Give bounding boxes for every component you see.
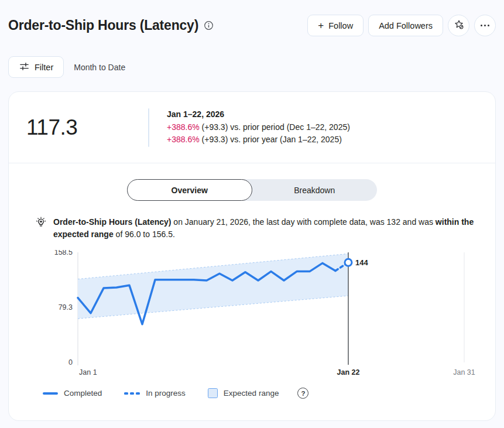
star-off-icon <box>453 19 465 32</box>
svg-text:144: 144 <box>355 258 368 267</box>
latency-line-chart[interactable]: Jan 1Jan 22Jan 31144079.3158.5 <box>26 250 479 380</box>
page-title: Order-to-Ship Hours (Latency) <box>8 18 198 33</box>
follow-button-label: Follow <box>328 21 353 30</box>
insight-text: Order-to-Ship Hours (Latency) on January… <box>53 216 478 241</box>
tab-overview[interactable]: Overview <box>127 179 252 201</box>
insight-end: of 96.0 to 156.5. <box>114 230 175 239</box>
more-options-button[interactable] <box>474 15 496 36</box>
legend-item-completed: Completed <box>43 389 102 398</box>
chart-legend: Completed In progress Expected range ? <box>26 388 478 405</box>
filter-button-label: Filter <box>35 63 53 72</box>
filter-button[interactable]: Filter <box>8 56 64 78</box>
svg-text:Jan 22: Jan 22 <box>337 368 360 376</box>
summary-value-block: 117.3 <box>26 115 148 140</box>
page: Order-to-Ship Hours (Latency) + Follow A… <box>0 0 504 421</box>
vertical-divider <box>148 108 149 147</box>
legend-item-in-progress: In progress <box>124 389 186 398</box>
svg-text:158.5: 158.5 <box>54 250 73 256</box>
add-followers-label: Add Followers <box>379 21 433 30</box>
insight-metric-name: Order-to-Ship Hours (Latency) <box>53 217 171 227</box>
unstar-button[interactable] <box>448 15 469 36</box>
view-tabs: Overview Breakdown <box>127 179 377 201</box>
solid-line-swatch <box>43 392 58 395</box>
metric-value: 117.3 <box>26 115 148 140</box>
info-icon[interactable] <box>204 20 214 30</box>
tab-breakdown[interactable]: Breakdown <box>252 179 378 201</box>
header: Order-to-Ship Hours (Latency) + Follow A… <box>8 0 496 36</box>
summary-strip: 117.3 Jan 1–22, 2026 +388.6% (+93.3) vs.… <box>9 92 495 163</box>
svg-text:79.3: 79.3 <box>59 303 73 311</box>
comparison-prior-year: +388.6% (+93.3) vs. prior year (Jan 1–22… <box>167 133 350 146</box>
dashed-line-swatch <box>124 392 140 395</box>
filter-sliders-icon <box>19 61 30 74</box>
svg-text:0: 0 <box>68 358 73 367</box>
chart-section: Overview Breakdown <box>9 163 495 405</box>
chart-holder: Jan 1Jan 22Jan 31144079.3158.5 <box>26 250 478 380</box>
metric-card: 117.3 Jan 1–22, 2026 +388.6% (+93.3) vs.… <box>8 91 496 421</box>
summary-text-block: Jan 1–22, 2026 +388.6% (+93.3) vs. prior… <box>167 108 350 146</box>
lightbulb-icon <box>35 217 47 241</box>
legend-item-expected-range: Expected range <box>208 388 279 398</box>
legend-label: Expected range <box>224 389 279 398</box>
svg-text:Jan 31: Jan 31 <box>453 368 475 376</box>
insight-middle: on January 21, 2026, the last day with c… <box>171 217 435 227</box>
svg-text:Jan 1: Jan 1 <box>79 368 97 376</box>
delta-pct: +388.6% <box>167 135 200 144</box>
title-group: Order-to-Ship Hours (Latency) <box>8 18 214 33</box>
delta-pct: +388.6% <box>167 122 200 132</box>
insight-banner: Order-to-Ship Hours (Latency) on January… <box>26 216 478 241</box>
period-label: Month to Date <box>74 63 125 72</box>
question-glyph: ? <box>301 390 305 397</box>
add-followers-button[interactable]: Add Followers <box>368 15 443 36</box>
plus-icon: + <box>318 20 324 30</box>
comparison-prior-period: +388.6% (+93.3) vs. prior period (Dec 1–… <box>167 121 350 134</box>
delta-detail: (+93.3) vs. prior period (Dec 1–22, 2025… <box>200 122 350 132</box>
delta-detail: (+93.3) vs. prior year (Jan 1–22, 2025) <box>200 135 342 144</box>
ellipsis-icon <box>481 25 489 26</box>
filter-row: Filter Month to Date <box>8 56 496 78</box>
follow-button[interactable]: + Follow <box>307 15 364 36</box>
legend-label: Completed <box>64 389 102 398</box>
range-box-swatch <box>208 388 218 398</box>
date-range: Jan 1–22, 2026 <box>167 108 350 121</box>
header-actions: + Follow Add Followers <box>307 15 496 36</box>
legend-label: In progress <box>146 389 186 398</box>
help-icon[interactable]: ? <box>297 388 308 399</box>
